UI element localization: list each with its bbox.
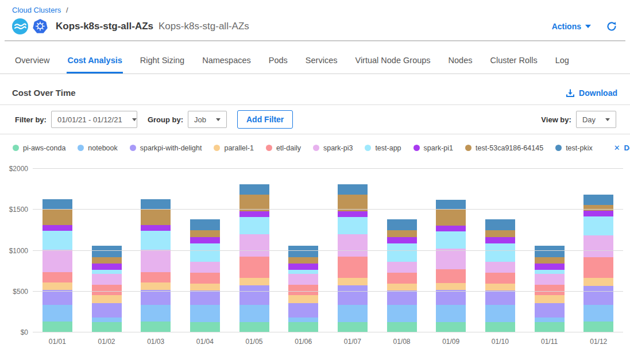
stacked-bar-01/05[interactable] [239, 184, 269, 332]
bar-segment-sparkpi-with-delight[interactable] [387, 291, 417, 305]
bar-segment-test-pkix[interactable] [436, 200, 466, 210]
bar-segment-etl-daily[interactable] [387, 273, 417, 284]
deselect-all-button[interactable]: ✕ Deselect All [614, 144, 630, 152]
stacked-bar-01/12[interactable] [583, 195, 613, 332]
bar-segment-spark-pi3[interactable] [288, 274, 318, 285]
bar-segment-etl-daily[interactable] [485, 273, 515, 284]
bar-segment-parallel-1[interactable] [288, 295, 318, 303]
legend-item-etl-daily[interactable]: etl-daily [266, 144, 301, 152]
bar-segment-spark-pi1[interactable] [485, 237, 515, 244]
bar-segment-test-app[interactable] [190, 243, 220, 261]
bar-segment-test-app[interactable] [338, 217, 368, 235]
bar-segment-sparkpi-with-delight[interactable] [141, 290, 171, 305]
bar-segment-spark-pi1[interactable] [141, 225, 171, 231]
bar-segment-pi-aws-conda[interactable] [190, 322, 220, 332]
bar-segment-etl-daily[interactable] [535, 285, 565, 295]
bar-segment-test-app[interactable] [436, 231, 466, 249]
bar-segment-notebook[interactable] [387, 305, 417, 322]
bar-segment-notebook[interactable] [239, 305, 269, 322]
bar-segment-etl-daily[interactable] [92, 285, 122, 295]
stacked-bar-01/09[interactable] [436, 200, 466, 332]
bar-segment-spark-pi1[interactable] [387, 237, 417, 244]
tab-namespaces[interactable]: Namespaces [202, 49, 252, 73]
bar-segment-parallel-1[interactable] [485, 284, 515, 291]
bar-segment-spark-pi3[interactable] [436, 249, 466, 269]
bar-segment-parallel-1[interactable] [141, 282, 171, 290]
bar-segment-spark-pi1[interactable] [436, 226, 466, 231]
bar-segment-test-pkix[interactable] [42, 199, 72, 209]
bar-segment-spark-pi3[interactable] [338, 234, 368, 256]
bar-segment-notebook[interactable] [92, 317, 122, 322]
stacked-bar-01/07[interactable] [338, 184, 368, 332]
bar-segment-sparkpi-with-delight[interactable] [92, 303, 122, 317]
view-by-select[interactable]: Day [576, 111, 616, 128]
bar-segment-spark-pi3[interactable] [42, 250, 72, 272]
bar-segment-test-app[interactable] [485, 243, 515, 261]
bar-segment-notebook[interactable] [485, 305, 515, 322]
bar-segment-spark-pi3[interactable] [92, 274, 122, 285]
bar-segment-sparkpi-with-delight[interactable] [436, 290, 466, 305]
bar-segment-test-pkix[interactable] [535, 246, 565, 257]
bar-segment-parallel-1[interactable] [387, 284, 417, 291]
bar-segment-test-53ca9186-64145[interactable] [92, 257, 122, 264]
legend-item-test-53ca9186-64145[interactable]: test-53ca9186-64145 [465, 144, 543, 152]
bar-segment-test-app[interactable] [42, 231, 72, 249]
bar-segment-parallel-1[interactable] [535, 295, 565, 303]
bar-segment-spark-pi1[interactable] [42, 225, 72, 231]
bar-segment-spark-pi3[interactable] [141, 250, 171, 272]
refresh-icon[interactable] [606, 21, 617, 32]
tab-nodes[interactable]: Nodes [448, 49, 473, 73]
bar-segment-sparkpi-with-delight[interactable] [288, 303, 318, 317]
bar-segment-parallel-1[interactable] [338, 278, 368, 285]
bar-segment-pi-aws-conda[interactable] [535, 322, 565, 332]
bar-segment-parallel-1[interactable] [42, 282, 72, 290]
add-filter-button[interactable]: Add Filter [237, 110, 293, 129]
bar-segment-notebook[interactable] [190, 305, 220, 322]
stacked-bar-01/11[interactable] [535, 246, 565, 332]
tab-overview[interactable]: Overview [14, 49, 50, 73]
bar-segment-pi-aws-conda[interactable] [387, 322, 417, 332]
bar-segment-etl-daily[interactable] [583, 257, 613, 278]
bar-segment-test-pkix[interactable] [583, 195, 613, 205]
bar-segment-test-app[interactable] [239, 217, 269, 235]
bar-segment-spark-pi3[interactable] [190, 262, 220, 273]
bar-segment-pi-aws-conda[interactable] [141, 322, 171, 332]
bar-segment-spark-pi1[interactable] [190, 237, 220, 244]
bar-segment-etl-daily[interactable] [190, 273, 220, 284]
legend-item-sparkpi-with-delight[interactable]: sparkpi-with-delight [130, 144, 202, 152]
stacked-bar-01/06[interactable] [288, 246, 318, 332]
bar-segment-test-pkix[interactable] [239, 184, 269, 195]
stacked-bar-01/08[interactable] [387, 219, 417, 332]
legend-item-spark-pi1[interactable]: spark-pi1 [413, 144, 453, 152]
bar-segment-test-pkix[interactable] [288, 246, 318, 257]
bar-segment-test-app[interactable] [583, 216, 613, 235]
tab-cost-analysis[interactable]: Cost Analysis [67, 49, 122, 73]
bar-segment-sparkpi-with-delight[interactable] [190, 291, 220, 305]
tab-virtual-node-groups[interactable]: Virtual Node Groups [354, 49, 431, 73]
bar-segment-notebook[interactable] [42, 305, 72, 322]
bar-segment-test-53ca9186-64145[interactable] [288, 257, 318, 264]
bar-segment-test-53ca9186-64145[interactable] [535, 257, 565, 264]
legend-item-test-app[interactable]: test-app [365, 144, 401, 152]
bar-segment-spark-pi3[interactable] [387, 262, 417, 273]
bar-segment-parallel-1[interactable] [190, 284, 220, 291]
bar-segment-spark-pi3[interactable] [583, 235, 613, 257]
bar-segment-test-53ca9186-64145[interactable] [583, 205, 613, 211]
bar-segment-sparkpi-with-delight[interactable] [485, 291, 515, 305]
bar-segment-test-app[interactable] [387, 243, 417, 261]
bar-segment-notebook[interactable] [288, 317, 318, 322]
legend-item-notebook[interactable]: notebook [78, 144, 117, 152]
bar-segment-test-app[interactable] [92, 270, 122, 274]
stacked-bar-01/02[interactable] [92, 246, 122, 332]
bar-segment-test-pkix[interactable] [387, 219, 417, 230]
tab-pods[interactable]: Pods [268, 49, 288, 73]
breadcrumb-cloud-clusters-link[interactable]: Cloud Clusters [12, 6, 61, 14]
bar-segment-test-app[interactable] [535, 270, 565, 274]
bar-segment-test-pkix[interactable] [190, 219, 220, 230]
bar-segment-sparkpi-with-delight[interactable] [535, 303, 565, 317]
bar-segment-spark-pi3[interactable] [239, 234, 269, 256]
tab-services[interactable]: Services [305, 49, 338, 73]
bar-segment-parallel-1[interactable] [583, 278, 613, 285]
bar-segment-etl-daily[interactable] [338, 257, 368, 278]
bar-segment-test-app[interactable] [288, 270, 318, 274]
